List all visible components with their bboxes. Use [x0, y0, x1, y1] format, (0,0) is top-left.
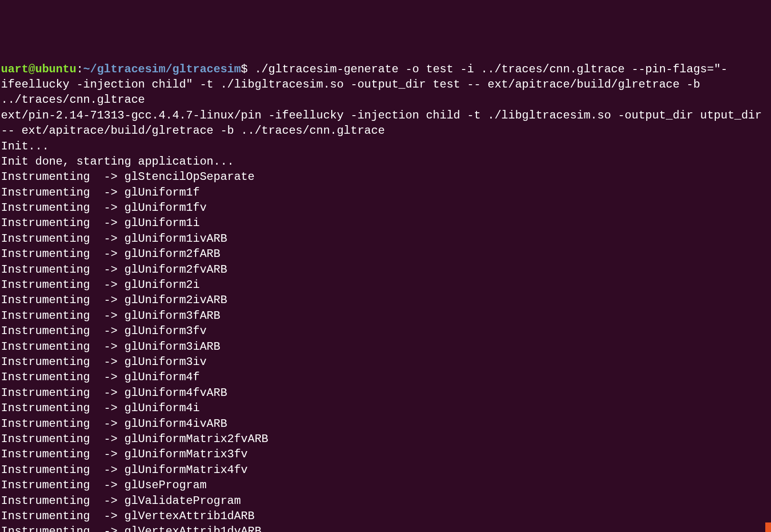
- output-line: Instrumenting -> glUniformMatrix2fvARB: [1, 433, 268, 445]
- output-line: Instrumenting -> glUniform1f: [1, 186, 200, 199]
- output-line: Instrumenting -> glUniform1ivARB: [1, 232, 227, 245]
- output-line: ext/pin-2.14-71313-gcc.4.4.7-linux/pin -…: [1, 109, 769, 137]
- output-line: Instrumenting -> glUniformMatrix3fv: [1, 448, 247, 461]
- output-line: Instrumenting -> glUniform4i: [1, 402, 200, 414]
- prompt-symbol: $: [241, 63, 247, 76]
- output-line: Instrumenting -> glUniformMatrix4fv: [1, 463, 247, 476]
- scrollbar-thumb[interactable]: [765, 522, 771, 532]
- output-line: Instrumenting -> glVertexAttrib1dARB: [1, 510, 255, 522]
- output-line: Instrumenting -> glUseProgram: [1, 479, 207, 492]
- output-line: Instrumenting -> glUniform4ivARB: [1, 417, 227, 430]
- output-line: Instrumenting -> glUniform1fv: [1, 201, 207, 214]
- output-line: Init done, starting application...: [1, 155, 234, 168]
- prompt-path: ~/gltracesim/gltracesim: [83, 63, 241, 76]
- output-line: Instrumenting -> glUniform2i: [1, 278, 200, 291]
- output-line: Instrumenting -> glUniform2fvARB: [1, 263, 227, 276]
- output-line: Instrumenting -> glValidateProgram: [1, 494, 241, 507]
- output-line: Instrumenting -> glUniform3iv: [1, 355, 207, 368]
- output-line: Instrumenting -> glUniform3fv: [1, 325, 207, 337]
- output-line: Instrumenting -> glUniform2ivARB: [1, 294, 227, 306]
- output-line: Init...: [1, 140, 49, 153]
- terminal-output[interactable]: uart@ubuntu:~/gltracesim/gltracesim$ ./g…: [0, 62, 771, 532]
- prompt-separator: :: [76, 63, 83, 76]
- output-line: Instrumenting -> glUniform4f: [1, 371, 200, 384]
- prompt-user: uart@ubuntu: [1, 63, 76, 76]
- output-line: Instrumenting -> glUniform2fARB: [1, 247, 220, 260]
- output-line: Instrumenting -> glUniform3fARB: [1, 309, 220, 322]
- output-line: Instrumenting -> glUniform1i: [1, 217, 200, 229]
- output-line: Instrumenting -> glStencilOpSeparate: [1, 170, 255, 183]
- output-line: Instrumenting -> glUniform3iARB: [1, 340, 220, 353]
- output-line: Instrumenting -> glUniform4fvARB: [1, 386, 227, 399]
- output-line: Instrumenting -> glVertexAttrib1dvARB: [1, 525, 261, 532]
